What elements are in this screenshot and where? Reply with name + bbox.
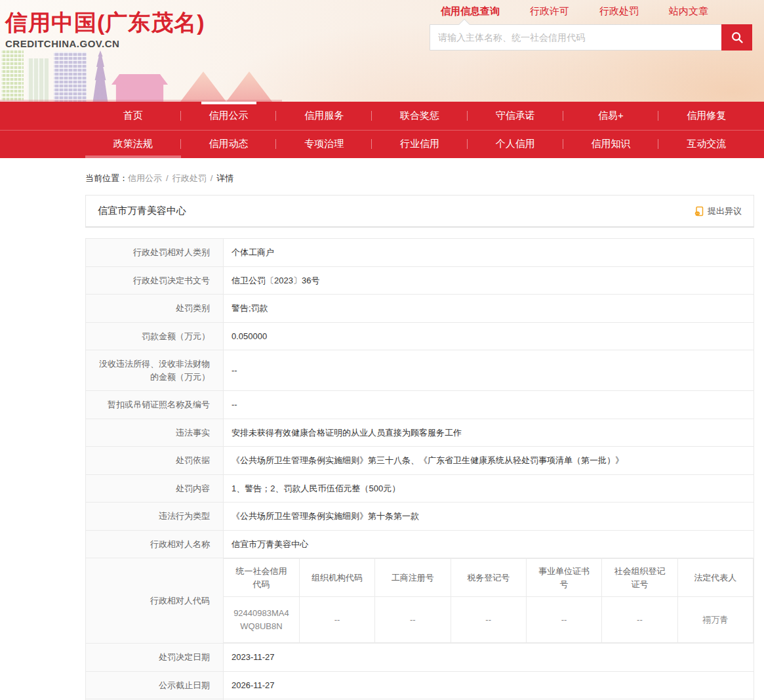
table-row-party-codes: 行政相对人代码 统一社会信用代码 组织机构代码 工商注册号 税务登记号 事业单位… — [86, 558, 754, 644]
institution-cert-no: -- — [526, 597, 601, 643]
tab-admin-license[interactable]: 行政许可 — [530, 5, 569, 18]
field-value: 安排未获得有效健康合格证明的从业人员直接为顾客服务工作 — [224, 419, 754, 447]
table-row: 没收违法所得、没收非法财物的金额（万元） -- — [86, 350, 754, 391]
table-row: 公示截止日期 2026-11-27 — [86, 671, 754, 699]
org-code: -- — [299, 597, 374, 643]
nav-item-credit-disclosure[interactable]: 信用公示 — [181, 102, 277, 130]
nav-item-credit-knowledge[interactable]: 信用知识 — [563, 130, 659, 158]
party-codes-value-row: 92440983MA4WQ8UB8N -- -- -- -- -- 禤万青 — [224, 597, 754, 643]
page-title: 信宜市万青美容中心 — [98, 205, 186, 217]
nav-row-1: 首页 信用公示 信用服务 联合奖惩 守信承诺 信易+ 信用修复 — [85, 102, 754, 130]
nav-item-credit-plus[interactable]: 信易+ — [563, 102, 659, 130]
column-header: 税务登记号 — [451, 559, 526, 597]
table-row: 处罚类别 警告;罚款 — [86, 295, 754, 323]
penalty-detail-table: 行政处罚相对人类别 个体工商户 行政处罚决定书文号 信卫公罚〔2023〕36号 … — [85, 238, 754, 700]
dispute-document-icon — [694, 206, 704, 216]
search-button[interactable] — [721, 24, 752, 51]
table-row: 违法行为类型 《公共场所卫生管理条例实施细则》第十条第一款 — [86, 503, 754, 531]
site-logo-title: 信用中国(广东茂名) — [5, 8, 205, 37]
field-label: 行政相对人名称 — [86, 530, 224, 558]
bridge-decoration — [180, 72, 226, 102]
breadcrumb-credit-disclosure[interactable]: 信用公示 — [128, 173, 162, 183]
column-header: 工商注册号 — [375, 559, 451, 597]
nav-item-credit-news[interactable]: 信用动态 — [181, 130, 277, 158]
field-value: 警告;罚款 — [224, 295, 754, 323]
party-codes-cell: 统一社会信用代码 组织机构代码 工商注册号 税务登记号 事业单位证书号 社会组织… — [224, 558, 754, 644]
table-row: 暂扣或吊销证照名称及编号 -- — [86, 391, 754, 419]
field-label: 行政相对人代码 — [86, 558, 224, 644]
nav-item-home[interactable]: 首页 — [85, 102, 181, 130]
field-value: 《公共场所卫生管理条例实施细则》第三十八条、《广东省卫生健康系统从轻处罚事项清单… — [224, 447, 754, 475]
content: 当前位置：信用公示/行政处罚/详情 信宜市万青美容中心 提出异议 — [85, 173, 754, 700]
nav-item-credit-repair[interactable]: 信用修复 — [658, 102, 754, 130]
field-label: 行政处罚决定书文号 — [86, 266, 224, 295]
field-value: 信卫公罚〔2023〕36号 — [224, 266, 754, 295]
field-label: 处罚依据 — [86, 447, 224, 475]
field-label: 罚款金额（万元） — [86, 322, 224, 350]
party-codes-table: 统一社会信用代码 组织机构代码 工商注册号 税务登记号 事业单位证书号 社会组织… — [224, 558, 754, 643]
field-value: 2023-11-27 — [224, 644, 754, 672]
nav-item-policies[interactable]: 政策法规 — [85, 130, 181, 158]
building-decoration — [1, 49, 24, 102]
raise-dispute-button[interactable]: 提出异议 — [694, 205, 742, 217]
table-row: 处罚内容 1、警告；2、罚款人民币伍佰元整（500元） — [86, 474, 754, 503]
skyline-base-decoration — [0, 100, 282, 102]
search-input[interactable] — [430, 24, 721, 51]
tab-admin-penalty[interactable]: 行政处罚 — [599, 5, 639, 18]
breadcrumb-prefix: 当前位置： — [85, 173, 128, 183]
unified-social-credit-code: 92440983MA4WQ8UB8N — [224, 597, 299, 643]
table-row: 违法事实 安排未获得有效健康合格证明的从业人员直接为顾客服务工作 — [86, 419, 754, 447]
table-row: 行政处罚相对人类别 个体工商户 — [86, 239, 754, 267]
nav-item-interaction[interactable]: 互动交流 — [658, 130, 754, 158]
site-logo-domain: CREDITCHINA.GOV.CN — [5, 38, 205, 49]
search-bar — [430, 24, 752, 51]
nav-item-joint-rewards[interactable]: 联合奖惩 — [372, 102, 468, 130]
table-row: 处罚依据 《公共场所卫生管理条例实施细则》第三十八条、《广东省卫生健康系统从轻处… — [86, 447, 754, 475]
breadcrumb-separator: / — [166, 173, 169, 183]
field-value: 2026-11-27 — [224, 671, 754, 699]
legal-representative: 禤万青 — [677, 597, 753, 643]
detail-title-panel: 信宜市万青美容中心 提出异议 — [85, 195, 754, 228]
table-row: 行政相对人名称 信宜市万青美容中心 — [86, 530, 754, 558]
building-decoration — [54, 52, 87, 102]
business-reg-no: -- — [375, 597, 451, 643]
field-value: 《公共场所卫生管理条例实施细则》第十条第一款 — [224, 503, 754, 531]
breadcrumb-separator: / — [211, 173, 213, 183]
field-label: 处罚决定日期 — [86, 644, 224, 672]
tab-credit-info-query[interactable]: 信用信息查询 — [441, 5, 500, 18]
breadcrumb-admin-penalty[interactable]: 行政处罚 — [172, 173, 207, 183]
field-value: 信宜市万青美容中心 — [224, 530, 754, 558]
nav-item-personal-credit[interactable]: 个人信用 — [468, 130, 563, 158]
main-nav: 首页 信用公示 信用服务 联合奖惩 守信承诺 信易+ 信用修复 政策法规 信用动… — [0, 102, 764, 158]
column-header: 事业单位证书号 — [526, 559, 601, 597]
nav-row-2: 政策法规 信用动态 专项治理 行业信用 个人信用 信用知识 互动交流 — [85, 130, 754, 158]
page: 信用中国(广东茂名) CREDITCHINA.GOV.CN 信用信息查询 行政许… — [0, 0, 764, 700]
site-header: 信用中国(广东茂名) CREDITCHINA.GOV.CN 信用信息查询 行政许… — [0, 0, 764, 102]
raise-dispute-label: 提出异议 — [708, 205, 742, 217]
bridge-decoration — [226, 72, 272, 102]
table-row: 行政处罚决定书文号 信卫公罚〔2023〕36号 — [86, 266, 754, 295]
tab-site-articles[interactable]: 站内文章 — [669, 5, 708, 18]
column-header: 社会组织登记证号 — [602, 559, 677, 597]
field-label: 违法事实 — [86, 419, 224, 447]
nav-item-trust-commitment[interactable]: 守信承诺 — [468, 102, 563, 130]
column-header: 组织机构代码 — [299, 559, 374, 597]
field-label: 处罚类别 — [86, 295, 224, 323]
field-label: 处罚内容 — [86, 474, 224, 503]
field-value: 个体工商户 — [224, 239, 754, 267]
search-category-tabs: 信用信息查询 行政许可 行政处罚 站内文章 — [441, 5, 708, 18]
social-org-cert-no: -- — [602, 597, 677, 643]
table-row: 处罚决定日期 2023-11-27 — [86, 644, 754, 672]
field-value: 1、警告；2、罚款人民币伍佰元整（500元） — [224, 474, 754, 503]
table-row: 罚款金额（万元） 0.050000 — [86, 322, 754, 350]
field-label: 公示截止日期 — [86, 671, 224, 699]
nav-item-special-governance[interactable]: 专项治理 — [276, 130, 372, 158]
nav-item-credit-services[interactable]: 信用服务 — [276, 102, 372, 130]
pagoda-decoration — [90, 51, 110, 102]
party-codes-header-row: 统一社会信用代码 组织机构代码 工商注册号 税务登记号 事业单位证书号 社会组织… — [224, 559, 754, 597]
building-decoration — [28, 58, 49, 102]
field-label: 暂扣或吊销证照名称及编号 — [86, 391, 224, 419]
column-header: 法定代表人 — [677, 559, 753, 597]
nav-item-industry-credit[interactable]: 行业信用 — [372, 130, 468, 158]
field-value: -- — [224, 391, 754, 419]
